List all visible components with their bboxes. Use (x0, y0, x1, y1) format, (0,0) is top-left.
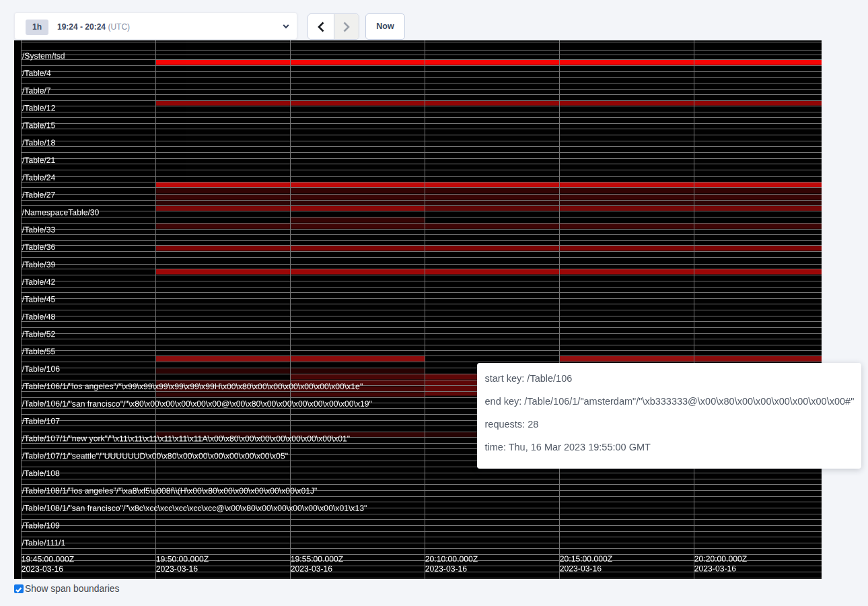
svg-text:/Table/106/1/"san francisco"/": /Table/106/1/"san francisco"/"\x80\x00\x… (22, 399, 372, 409)
svg-text:/Table/12: /Table/12 (22, 104, 56, 113)
svg-text:/Table/33: /Table/33 (22, 225, 56, 234)
svg-text:19:55:00.000Z: 19:55:00.000Z (291, 554, 344, 564)
svg-text:/Table/107/1/"seattle"/"UUUUUU: /Table/107/1/"seattle"/"UUUUUUD\x00\x80\… (22, 451, 288, 461)
svg-text:/Table/108/1/"san francisco"/": /Table/108/1/"san francisco"/"\x8c\xcc\x… (22, 504, 367, 513)
svg-text:/Table/18: /Table/18 (22, 138, 56, 147)
svg-text:/Table/107: /Table/107 (22, 416, 60, 426)
svg-text:19:45:00.000Z: 19:45:00.000Z (22, 554, 75, 564)
svg-text:/Table/107/1/"new york"/"\x11\: /Table/107/1/"new york"/"\x11\x11\x11\x1… (22, 434, 351, 443)
svg-text:2023-03-16: 2023-03-16 (291, 564, 333, 574)
svg-text:/Table/52: /Table/52 (22, 329, 56, 339)
svg-text:/Table/109: /Table/109 (22, 520, 60, 530)
svg-text:20:15:00.000Z: 20:15:00.000Z (560, 554, 613, 564)
svg-text:/Table/45: /Table/45 (22, 295, 56, 304)
svg-text:/Table/106/1/"los angeles"/"\x: /Table/106/1/"los angeles"/"\x99\x99\x99… (22, 382, 363, 391)
svg-text:20:20:00.000Z: 20:20:00.000Z (694, 554, 748, 564)
svg-text:/Table/4: /Table/4 (22, 69, 51, 78)
svg-text:/Table/108: /Table/108 (22, 469, 60, 478)
svg-text:/Table/55: /Table/55 (22, 347, 56, 356)
svg-text:20:10:00.000Z: 20:10:00.000Z (425, 554, 478, 564)
svg-text:/Table/106: /Table/106 (22, 364, 60, 374)
svg-text:/Table/108/1/"los angeles"/"\x: /Table/108/1/"los angeles"/"\xa8\xf5\u00… (22, 486, 318, 496)
svg-text:2023-03-16: 2023-03-16 (694, 564, 737, 573)
svg-text:19:50:00.000Z: 19:50:00.000Z (156, 554, 209, 564)
svg-text:/Table/111/1: /Table/111/1 (22, 538, 66, 547)
svg-text:/Table/21: /Table/21 (22, 156, 56, 165)
svg-text:/NamespaceTable/30: /NamespaceTable/30 (22, 208, 100, 217)
svg-text:/Table/42: /Table/42 (22, 277, 56, 287)
svg-text:/Table/27: /Table/27 (22, 191, 56, 200)
svg-text:/Table/7: /Table/7 (22, 86, 51, 96)
svg-text:2023-03-16: 2023-03-16 (425, 564, 468, 574)
svg-text:2023-03-16: 2023-03-16 (22, 564, 64, 574)
svg-text:2023-03-16: 2023-03-16 (156, 564, 198, 574)
svg-text:/Table/36: /Table/36 (22, 242, 56, 252)
svg-text:/Table/24: /Table/24 (22, 173, 56, 182)
svg-text:/Table/15: /Table/15 (22, 121, 56, 130)
svg-text:/Table/48: /Table/48 (22, 312, 56, 321)
svg-text:2023-03-16: 2023-03-16 (560, 564, 602, 574)
svg-text:/Table/39: /Table/39 (22, 260, 56, 269)
svg-text:/System/tsd: /System/tsd (22, 51, 65, 61)
